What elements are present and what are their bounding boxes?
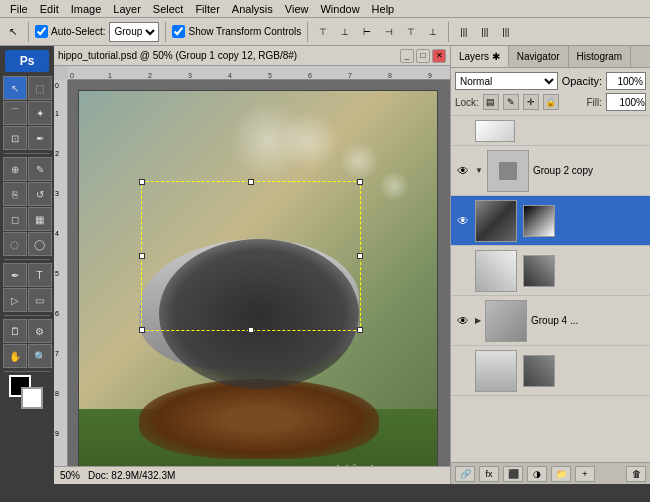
clone-tool[interactable]: ⎘	[3, 182, 27, 206]
eyedropper-tool[interactable]: ✒	[28, 126, 52, 150]
select-tool[interactable]: ⬚	[28, 76, 52, 100]
hippo-dark-markings	[159, 239, 359, 389]
layer-thumb-selected	[475, 200, 517, 242]
eyedropper-tool-2[interactable]: ⚙	[28, 319, 52, 343]
menu-view[interactable]: View	[279, 0, 315, 18]
menu-help[interactable]: Help	[366, 0, 401, 18]
lock-transparency-button[interactable]: ▤	[483, 94, 499, 110]
gradient-tool[interactable]: ▦	[28, 207, 52, 231]
document-info: Doc: 82.9M/432.3M	[88, 470, 175, 481]
align-top-button[interactable]: ⊤	[314, 24, 332, 40]
pen-tool[interactable]: ✒	[3, 263, 27, 287]
move-tool[interactable]: ↖	[3, 76, 27, 100]
toolbar-separator-1	[28, 22, 29, 42]
layer-thumb-group2copy	[487, 150, 529, 192]
adjustment-layer-button[interactable]: ◑	[527, 466, 547, 482]
layer-item-2[interactable]	[451, 246, 650, 296]
layer-item-bottom[interactable]	[451, 346, 650, 396]
history-tool[interactable]: ↺	[28, 182, 52, 206]
dodge-tool[interactable]: ◯	[28, 232, 52, 256]
move-tool-button[interactable]: ↖	[4, 23, 22, 40]
close-button[interactable]: ✕	[432, 49, 446, 63]
layer-thumb-group4	[485, 300, 527, 342]
align-left-button[interactable]: ⊣	[380, 24, 398, 40]
selection-handle-tc	[248, 179, 254, 185]
align-hcenter-button[interactable]: ⊤	[402, 24, 420, 40]
shape-tool[interactable]: ▭	[28, 288, 52, 312]
delete-layer-button[interactable]: 🗑	[626, 466, 646, 482]
layer-mask-button[interactable]: ⬛	[503, 466, 523, 482]
tab-navigator[interactable]: Navigator	[509, 46, 569, 67]
layer-item-selected[interactable]: 👁	[451, 196, 650, 246]
menu-layer[interactable]: Layer	[107, 0, 147, 18]
new-layer-button[interactable]: +	[575, 466, 595, 482]
watermark: AlfoArt.com	[333, 463, 427, 466]
layer-effects-button[interactable]: fx	[479, 466, 499, 482]
blur-tool[interactable]: ◌	[3, 232, 27, 256]
align-bottom-button[interactable]: ⊢	[358, 24, 376, 40]
layer-mask-bottom	[523, 355, 555, 387]
layer-item-group4[interactable]: 👁 ▶ Group 4 ...	[451, 296, 650, 346]
layer-item-top[interactable]	[451, 116, 650, 146]
background-color-swatch[interactable]	[21, 387, 43, 409]
layer-visibility-group4[interactable]: 👁	[455, 313, 471, 329]
minimize-button[interactable]: _	[400, 49, 414, 63]
lock-all-button[interactable]: 🔒	[543, 94, 559, 110]
menu-edit[interactable]: Edit	[34, 0, 65, 18]
menu-select[interactable]: Select	[147, 0, 190, 18]
tool-row-1: ↖ ⬚	[3, 76, 52, 100]
layer-item-group2copy[interactable]: 👁 ▼ Group 2 copy	[451, 146, 650, 196]
blend-mode-row: Normal Dissolve Multiply Screen Overlay …	[455, 72, 646, 90]
tool-sep-3	[4, 315, 50, 316]
brush-tool[interactable]: ✎	[28, 157, 52, 181]
layer-visibility-bottom[interactable]	[455, 363, 471, 379]
distribute-button-2[interactable]: |||	[476, 24, 493, 40]
tab-histogram[interactable]: Histogram	[569, 46, 632, 67]
layer-visibility-selected[interactable]: 👁	[455, 213, 471, 229]
blend-mode-select[interactable]: Normal Dissolve Multiply Screen Overlay	[455, 72, 558, 90]
menu-file[interactable]: File	[4, 0, 34, 18]
menu-filter[interactable]: Filter	[189, 0, 225, 18]
layer-visibility-group2copy[interactable]: 👁	[455, 163, 471, 179]
hand-tool[interactable]: ✋	[3, 344, 27, 368]
magic-wand-tool[interactable]: ✦	[28, 101, 52, 125]
align-vcenter-button[interactable]: ⊥	[336, 24, 354, 40]
auto-select-dropdown[interactable]: Group	[109, 22, 159, 42]
new-group-button[interactable]: 📁	[551, 466, 571, 482]
path-select-tool[interactable]: ▷	[3, 288, 27, 312]
zoom-tool[interactable]: 🔍	[28, 344, 52, 368]
menu-image[interactable]: Image	[65, 0, 108, 18]
layers-list: 👁 ▼ Group 2 copy 👁	[451, 146, 650, 462]
menu-analysis[interactable]: Analysis	[226, 0, 279, 18]
canvas-title: hippo_tutorial.psd @ 50% (Group 1 copy 1…	[58, 50, 297, 61]
tool-panel: Ps ↖ ⬚ ⌒ ✦ ⊡ ✒ ⊕ ✎ ⎘ ↺ ◻ ▦ ◌ ◯	[0, 46, 54, 484]
distribute-button-1[interactable]: |||	[455, 24, 472, 40]
toolbar-separator-3	[307, 22, 308, 42]
tool-row-8: ✒ T	[3, 263, 52, 287]
fill-input[interactable]	[606, 93, 646, 111]
canvas-titlebar: hippo_tutorial.psd @ 50% (Group 1 copy 1…	[54, 46, 450, 66]
maximize-button[interactable]: □	[416, 49, 430, 63]
layer-visibility-2[interactable]	[455, 263, 471, 279]
link-layers-button[interactable]: 🔗	[455, 466, 475, 482]
type-tool[interactable]: T	[28, 263, 52, 287]
opacity-input[interactable]	[606, 72, 646, 90]
heal-tool[interactable]: ⊕	[3, 157, 27, 181]
notes-tool[interactable]: 🗒	[3, 319, 27, 343]
crop-tool[interactable]: ⊡	[3, 126, 27, 150]
lasso-tool[interactable]: ⌒	[3, 101, 27, 125]
tool-row-9: ▷ ▭	[3, 288, 52, 312]
layers-controls: Normal Dissolve Multiply Screen Overlay …	[451, 68, 650, 116]
eraser-tool[interactable]: ◻	[3, 207, 27, 231]
layer-mask-2	[523, 255, 555, 287]
lock-move-button[interactable]: ✛	[523, 94, 539, 110]
menu-window[interactable]: Window	[314, 0, 365, 18]
distribute-button-3[interactable]: |||	[497, 24, 514, 40]
lock-row: Lock: ▤ ✎ ✛ 🔒 Fill:	[455, 93, 646, 111]
tab-layers[interactable]: Layers ✱	[451, 46, 509, 67]
align-right-button[interactable]: ⊥	[424, 24, 442, 40]
lock-paint-button[interactable]: ✎	[503, 94, 519, 110]
canvas-content[interactable]: AlfoArt.com 阿龙设计论坛 www.missyuan.com	[68, 80, 450, 466]
auto-select-checkbox[interactable]	[35, 25, 48, 38]
show-transform-checkbox[interactable]	[172, 25, 185, 38]
